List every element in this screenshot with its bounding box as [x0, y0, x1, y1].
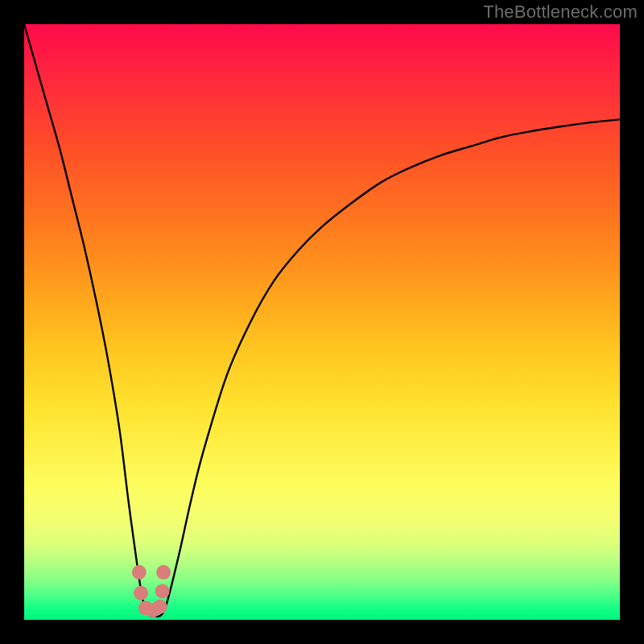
marker-dot [132, 565, 147, 580]
marker-dot [134, 586, 148, 601]
bottleneck-curve [24, 24, 620, 617]
watermark-text: TheBottleneck.com [483, 2, 638, 23]
curve-layer [24, 24, 620, 620]
plot-area [24, 24, 620, 620]
near-minimum-markers [132, 565, 171, 617]
chart-frame: TheBottleneck.com [0, 0, 644, 644]
marker-dot [153, 600, 167, 614]
marker-dot [156, 565, 171, 580]
marker-dot [155, 584, 170, 598]
